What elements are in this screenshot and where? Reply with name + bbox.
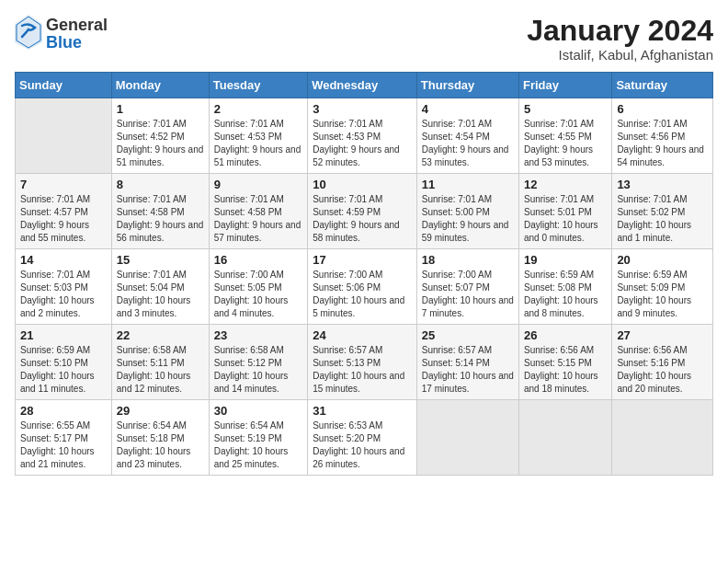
day-info: Sunrise: 7:01 AMSunset: 5:03 PMDaylight:… [20, 269, 107, 320]
calendar-cell: 5Sunrise: 7:01 AMSunset: 4:55 PMDaylight… [518, 98, 611, 174]
day-info: Sunrise: 6:56 AMSunset: 5:16 PMDaylight:… [617, 344, 708, 396]
calendar-cell: 30Sunrise: 6:54 AMSunset: 5:19 PMDayligh… [209, 400, 307, 476]
calendar-cell: 21Sunrise: 6:59 AMSunset: 5:10 PMDayligh… [16, 325, 112, 400]
calendar-cell: 20Sunrise: 6:59 AMSunset: 5:09 PMDayligh… [612, 249, 713, 325]
day-info: Sunrise: 6:57 AMSunset: 5:13 PMDaylight:… [313, 344, 412, 396]
day-info: Sunrise: 6:54 AMSunset: 5:18 PMDaylight:… [117, 419, 204, 471]
calendar-header-row: SundayMondayTuesdayWednesdayThursdayFrid… [16, 73, 713, 98]
day-info: Sunrise: 7:01 AMSunset: 4:58 PMDaylight:… [117, 193, 204, 245]
header-wednesday: Wednesday [308, 73, 417, 98]
day-number: 24 [313, 328, 412, 342]
day-info: Sunrise: 6:56 AMSunset: 5:15 PMDaylight:… [524, 344, 607, 396]
day-number: 13 [617, 178, 708, 191]
calendar-cell: 17Sunrise: 7:00 AMSunset: 5:06 PMDayligh… [308, 249, 417, 325]
day-number: 11 [422, 178, 514, 191]
day-number: 5 [524, 102, 607, 116]
calendar-cell: 26Sunrise: 6:56 AMSunset: 5:15 PMDayligh… [518, 325, 611, 400]
logo-text: General Blue [46, 17, 108, 52]
calendar-cell: 28Sunrise: 6:55 AMSunset: 5:17 PMDayligh… [16, 400, 112, 476]
calendar-cell: 15Sunrise: 7:01 AMSunset: 5:04 PMDayligh… [111, 249, 209, 325]
day-number: 7 [20, 178, 107, 191]
calendar-cell: 14Sunrise: 7:01 AMSunset: 5:03 PMDayligh… [16, 249, 112, 325]
week-row-5: 28Sunrise: 6:55 AMSunset: 5:17 PMDayligh… [16, 400, 713, 476]
day-number: 19 [524, 253, 607, 267]
day-info: Sunrise: 7:01 AMSunset: 4:59 PMDaylight:… [313, 193, 412, 245]
calendar-cell: 12Sunrise: 7:01 AMSunset: 5:01 PMDayligh… [518, 174, 611, 249]
calendar-body: 1Sunrise: 7:01 AMSunset: 4:52 PMDaylight… [16, 98, 713, 476]
day-number: 30 [214, 404, 302, 418]
calendar-cell: 19Sunrise: 6:59 AMSunset: 5:08 PMDayligh… [518, 249, 611, 325]
day-number: 4 [422, 102, 514, 116]
day-info: Sunrise: 7:01 AMSunset: 4:57 PMDaylight:… [20, 193, 107, 245]
day-info: Sunrise: 6:54 AMSunset: 5:19 PMDaylight:… [214, 419, 302, 471]
calendar-cell: 2Sunrise: 7:01 AMSunset: 4:53 PMDaylight… [209, 98, 307, 174]
page-header: General Blue January 2024 Istalif, Kabul… [15, 15, 713, 63]
day-number: 27 [617, 328, 708, 342]
day-number: 10 [313, 178, 412, 191]
day-number: 2 [214, 102, 302, 116]
header-thursday: Thursday [416, 73, 518, 98]
day-info: Sunrise: 7:01 AMSunset: 4:56 PMDaylight:… [617, 118, 708, 169]
calendar-cell: 11Sunrise: 7:01 AMSunset: 5:00 PMDayligh… [416, 174, 518, 249]
day-number: 14 [20, 253, 107, 267]
calendar-cell: 8Sunrise: 7:01 AMSunset: 4:58 PMDaylight… [111, 174, 209, 249]
day-info: Sunrise: 6:53 AMSunset: 5:20 PMDaylight:… [313, 419, 412, 471]
calendar-cell: 10Sunrise: 7:01 AMSunset: 4:59 PMDayligh… [308, 174, 417, 249]
day-number: 16 [214, 253, 302, 267]
day-number: 26 [524, 328, 607, 342]
week-row-2: 7Sunrise: 7:01 AMSunset: 4:57 PMDaylight… [16, 174, 713, 249]
day-info: Sunrise: 7:01 AMSunset: 4:52 PMDaylight:… [117, 118, 204, 169]
day-number: 8 [117, 178, 204, 191]
day-number: 28 [20, 404, 107, 418]
calendar-cell [416, 400, 518, 476]
day-number: 18 [422, 253, 514, 267]
calendar-cell: 13Sunrise: 7:01 AMSunset: 5:02 PMDayligh… [612, 174, 713, 249]
week-row-4: 21Sunrise: 6:59 AMSunset: 5:10 PMDayligh… [16, 325, 713, 400]
week-row-3: 14Sunrise: 7:01 AMSunset: 5:03 PMDayligh… [16, 249, 713, 325]
calendar-title: January 2024 [527, 15, 713, 47]
header-saturday: Saturday [612, 73, 713, 98]
day-info: Sunrise: 7:01 AMSunset: 4:55 PMDaylight:… [524, 118, 607, 169]
header-friday: Friday [518, 73, 611, 98]
day-info: Sunrise: 6:57 AMSunset: 5:14 PMDaylight:… [422, 344, 514, 396]
day-info: Sunrise: 6:58 AMSunset: 5:12 PMDaylight:… [214, 344, 302, 396]
calendar-cell [16, 98, 112, 174]
header-monday: Monday [111, 73, 209, 98]
day-number: 29 [117, 404, 204, 418]
day-info: Sunrise: 6:59 AMSunset: 5:10 PMDaylight:… [20, 344, 107, 396]
day-info: Sunrise: 6:58 AMSunset: 5:11 PMDaylight:… [117, 344, 204, 396]
day-info: Sunrise: 6:59 AMSunset: 5:09 PMDaylight:… [617, 269, 708, 320]
day-info: Sunrise: 6:55 AMSunset: 5:17 PMDaylight:… [20, 419, 107, 471]
day-number: 12 [524, 178, 607, 191]
day-info: Sunrise: 7:00 AMSunset: 5:05 PMDaylight:… [214, 269, 302, 320]
day-info: Sunrise: 7:01 AMSunset: 5:04 PMDaylight:… [117, 269, 204, 320]
title-area: January 2024 Istalif, Kabul, Afghanistan [527, 15, 713, 63]
calendar-cell: 16Sunrise: 7:00 AMSunset: 5:05 PMDayligh… [209, 249, 307, 325]
calendar-table: SundayMondayTuesdayWednesdayThursdayFrid… [15, 72, 713, 476]
day-number: 15 [117, 253, 204, 267]
day-number: 3 [313, 102, 412, 116]
location-subtitle: Istalif, Kabul, Afghanistan [527, 47, 713, 63]
day-number: 17 [313, 253, 412, 267]
day-number: 22 [117, 328, 204, 342]
day-number: 1 [117, 102, 204, 116]
day-number: 23 [214, 328, 302, 342]
calendar-cell: 1Sunrise: 7:01 AMSunset: 4:52 PMDaylight… [111, 98, 209, 174]
calendar-cell: 4Sunrise: 7:01 AMSunset: 4:54 PMDaylight… [416, 98, 518, 174]
calendar-cell: 18Sunrise: 7:00 AMSunset: 5:07 PMDayligh… [416, 249, 518, 325]
calendar-cell: 6Sunrise: 7:01 AMSunset: 4:56 PMDaylight… [612, 98, 713, 174]
day-info: Sunrise: 7:01 AMSunset: 5:00 PMDaylight:… [422, 193, 514, 245]
header-tuesday: Tuesday [209, 73, 307, 98]
calendar-cell: 3Sunrise: 7:01 AMSunset: 4:53 PMDaylight… [308, 98, 417, 174]
calendar-cell: 24Sunrise: 6:57 AMSunset: 5:13 PMDayligh… [308, 325, 417, 400]
day-info: Sunrise: 7:01 AMSunset: 5:02 PMDaylight:… [617, 193, 708, 245]
day-number: 31 [313, 404, 412, 418]
calendar-cell: 22Sunrise: 6:58 AMSunset: 5:11 PMDayligh… [111, 325, 209, 400]
calendar-cell: 27Sunrise: 6:56 AMSunset: 5:16 PMDayligh… [612, 325, 713, 400]
calendar-cell: 25Sunrise: 6:57 AMSunset: 5:14 PMDayligh… [416, 325, 518, 400]
day-number: 20 [617, 253, 708, 267]
day-info: Sunrise: 7:00 AMSunset: 5:06 PMDaylight:… [313, 269, 412, 320]
calendar-cell: 31Sunrise: 6:53 AMSunset: 5:20 PMDayligh… [308, 400, 417, 476]
day-number: 25 [422, 328, 514, 342]
day-info: Sunrise: 7:01 AMSunset: 4:53 PMDaylight:… [214, 118, 302, 169]
